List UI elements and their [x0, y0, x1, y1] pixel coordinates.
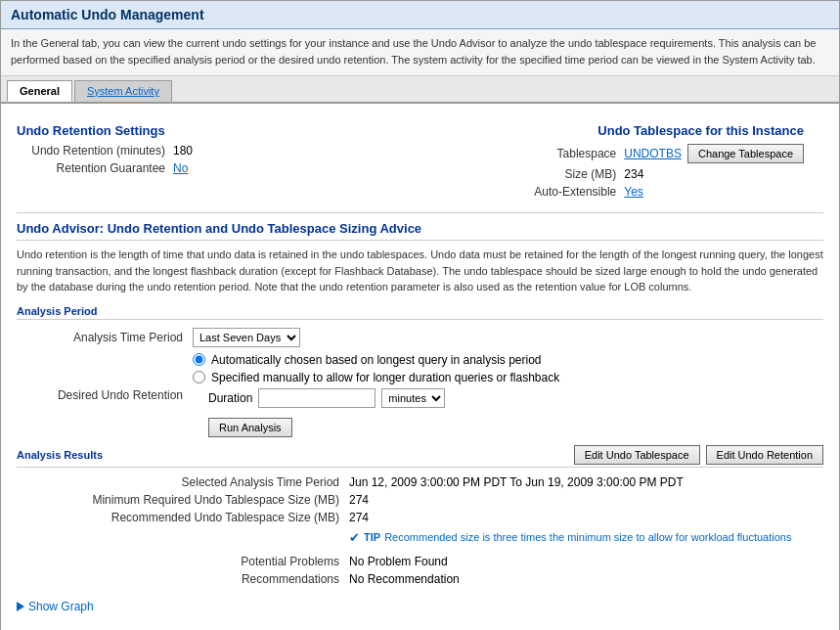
- run-analysis-container: Run Analysis: [208, 418, 559, 437]
- duration-input[interactable]: [258, 388, 376, 408]
- undo-retention-title: Undo Retention Settings: [17, 123, 401, 138]
- auto-extensible-value[interactable]: Yes: [624, 185, 643, 199]
- results-title: Analysis Results: [17, 449, 103, 461]
- retention-guarantee-row: Retention Guarantee No: [17, 161, 401, 175]
- edit-undo-tablespace-button[interactable]: Edit Undo Tablespace: [574, 445, 700, 465]
- tablespace-name-value[interactable]: UNDOTBS: [624, 147, 682, 160]
- tablespace-fields: Tablespace UNDOTBS Change Tablespace Siz…: [467, 144, 804, 202]
- analysis-time-period-row: Analysis Time Period Last Seven Days Las…: [17, 328, 823, 347]
- edit-undo-retention-button[interactable]: Edit Undo Retention: [706, 445, 823, 465]
- tablespace-size-value: 234: [624, 167, 643, 181]
- result-value-1: 274: [349, 493, 369, 507]
- duration-row: Duration minutes: [208, 388, 559, 408]
- show-graph-icon: [17, 602, 24, 611]
- radio-auto[interactable]: [193, 353, 205, 366]
- settings-columns: Undo Retention Settings Undo Retention (…: [17, 113, 823, 202]
- desired-undo-retention-label: Desired Undo Retention: [17, 388, 193, 402]
- result-value-0: Jun 12, 2009 3:00:00 PM PDT To Jun 19, 2…: [349, 475, 684, 489]
- analysis-period-title: Analysis Period: [17, 305, 823, 320]
- show-graph-link[interactable]: Show Graph: [17, 600, 823, 613]
- recommendations-row: Recommendations No Recommendation: [17, 572, 823, 586]
- desired-undo-retention-row: Desired Undo Retention Automatically cho…: [17, 353, 823, 437]
- result-row-1: Minimum Required Undo Tablespace Size (M…: [17, 493, 823, 507]
- result-row-0: Selected Analysis Time Period Jun 12, 20…: [17, 475, 823, 489]
- tip-keyword: TIP: [364, 531, 380, 543]
- duration-unit-select[interactable]: minutes: [381, 388, 445, 408]
- result-label-1: Minimum Required Undo Tablespace Size (M…: [17, 493, 349, 507]
- auto-extensible-label: Auto-Extensible: [467, 185, 624, 199]
- tablespace-name-label: Tablespace: [467, 147, 624, 160]
- content-area: Undo Retention Settings Undo Retention (…: [1, 104, 839, 630]
- result-label-0: Selected Analysis Time Period: [17, 475, 349, 489]
- tablespace-name-row: Tablespace UNDOTBS Change Tablespace: [467, 144, 804, 163]
- header-bar: Automatic Undo Management: [1, 1, 839, 29]
- result-label-2: Recommended Undo Tablespace Size (MB): [17, 511, 349, 524]
- radio-auto-label: Automatically chosen based on longest qu…: [211, 353, 542, 367]
- tab-system-activity[interactable]: System Activity: [74, 80, 172, 102]
- auto-extensible-row: Auto-Extensible Yes: [467, 185, 804, 199]
- show-graph-label: Show Graph: [28, 600, 94, 613]
- potential-problems-label: Potential Problems: [17, 555, 349, 568]
- radio-manual-label: Specified manually to allow for longer d…: [211, 371, 559, 384]
- undo-tablespace-title: Undo Tablespace for this Instance: [420, 123, 805, 138]
- undo-retention-settings: Undo Retention Settings Undo Retention (…: [17, 113, 401, 202]
- undo-retention-minutes-row: Undo Retention (minutes) 180: [17, 144, 401, 158]
- tabs-bar: General System Activity: [1, 76, 839, 104]
- advisor-title: Undo Advisor: Undo Retention and Undo Ta…: [17, 221, 823, 236]
- header-description: In the General tab, you can view the cur…: [1, 29, 839, 76]
- radio-manual-row: Specified manually to allow for longer d…: [193, 371, 559, 384]
- duration-label: Duration: [208, 391, 252, 405]
- page-title: Automatic Undo Management: [11, 7, 829, 22]
- tablespace-size-row: Size (MB) 234: [467, 167, 804, 181]
- analysis-time-period-select[interactable]: Last Seven Days Last 24 Hours Last Week …: [193, 328, 300, 347]
- results-header: Analysis Results Edit Undo Tablespace Ed…: [17, 445, 823, 468]
- recommendations-label: Recommendations: [17, 572, 349, 586]
- recommendations-value: No Recommendation: [349, 572, 460, 586]
- undo-retention-minutes-value: 180: [173, 144, 193, 158]
- analysis-results-section: Analysis Results Edit Undo Tablespace Ed…: [17, 445, 823, 623]
- analysis-time-period-label: Analysis Time Period: [17, 331, 193, 344]
- undo-tablespace-section: Undo Tablespace for this Instance Tables…: [420, 113, 824, 202]
- retention-guarantee-label: Retention Guarantee: [17, 161, 173, 175]
- change-tablespace-button[interactable]: Change Tablespace: [687, 144, 804, 163]
- divider-1: [17, 212, 823, 213]
- run-analysis-button[interactable]: Run Analysis: [208, 418, 292, 437]
- result-row-2: Recommended Undo Tablespace Size (MB) 27…: [17, 511, 823, 524]
- analysis-period-section: Analysis Period Analysis Time Period Las…: [17, 305, 823, 437]
- radio-auto-row: Automatically chosen based on longest qu…: [193, 353, 559, 367]
- potential-problems-value: No Problem Found: [349, 555, 448, 568]
- potential-problems-row: Potential Problems No Problem Found: [17, 555, 823, 568]
- result-value-2: 274: [349, 511, 369, 524]
- analysis-time-period-control[interactable]: Last Seven Days Last 24 Hours Last Week …: [193, 328, 300, 347]
- undo-retention-minutes-label: Undo Retention (minutes): [17, 144, 173, 158]
- results-buttons: Edit Undo Tablespace Edit Undo Retention: [574, 445, 823, 465]
- tip-content: ✔ TIP Recommended size is three times th…: [349, 530, 791, 545]
- tip-text: Recommended size is three times the mini…: [384, 531, 791, 543]
- tip-checkmark-icon: ✔: [349, 530, 360, 545]
- show-graph-container: Show Graph: [17, 600, 823, 623]
- tip-label: [17, 530, 349, 545]
- tip-row: ✔ TIP Recommended size is three times th…: [17, 530, 823, 545]
- retention-radio-group: Automatically chosen based on longest qu…: [193, 353, 559, 437]
- retention-guarantee-value[interactable]: No: [173, 161, 188, 175]
- advisor-description: Undo retention is the length of time tha…: [17, 240, 823, 295]
- tab-general[interactable]: General: [7, 80, 72, 102]
- advisor-section: Undo Advisor: Undo Retention and Undo Ta…: [17, 221, 823, 623]
- radio-manual[interactable]: [193, 371, 205, 383]
- duration-unit-control[interactable]: minutes: [381, 388, 445, 408]
- tablespace-size-label: Size (MB): [467, 167, 624, 181]
